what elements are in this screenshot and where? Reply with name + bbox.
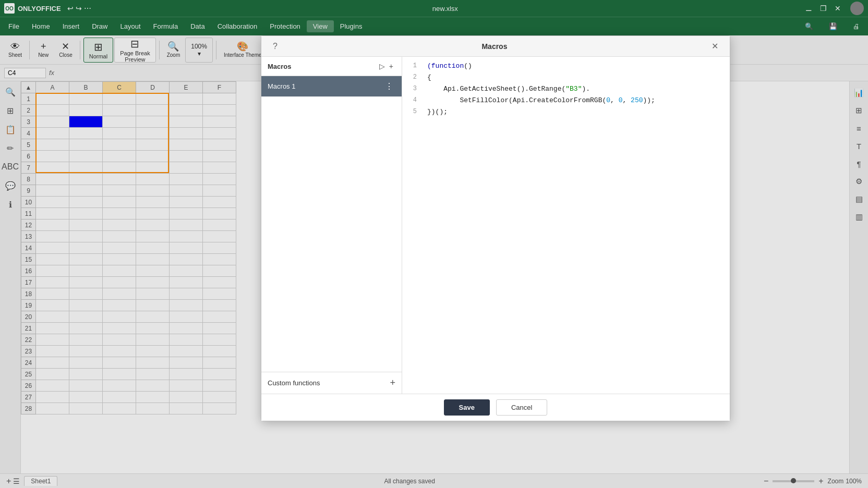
dialog-help-button[interactable]: ? xyxy=(270,41,281,52)
add-macro-button[interactable]: + xyxy=(387,61,395,71)
save-button[interactable]: Save xyxy=(444,399,490,416)
line-code-4: SetFillColor(Api.CreateColorFromRGB(0, 0… xyxy=(423,95,730,105)
macros-item-1[interactable]: Macros 1 ⋮ xyxy=(261,76,402,97)
macros-code-editor[interactable]: 1 (function() 2 { 3 Api.GetActiveSheet()… xyxy=(402,57,730,394)
dialog-close-button[interactable]: ✕ xyxy=(708,40,721,52)
custom-functions-title: Custom functions xyxy=(268,379,390,387)
code-line-4: 4 SetFillColor(Api.CreateColorFromRGB(0,… xyxy=(402,95,730,107)
dialog-body: Macros ▷ + Macros 1 ⋮ Custom functions + xyxy=(261,57,730,394)
play-macro-button[interactable]: ▷ xyxy=(377,61,387,71)
macros-left-panel: Macros ▷ + Macros 1 ⋮ Custom functions + xyxy=(261,57,402,394)
line-code-5: })(); xyxy=(423,107,730,117)
line-number-2: 2 xyxy=(402,72,423,81)
dialog-header: ? Macros ✕ xyxy=(261,36,730,57)
macros-list: Macros 1 ⋮ xyxy=(261,76,402,372)
code-line-5: 5 })(); xyxy=(402,107,730,118)
line-number-5: 5 xyxy=(402,107,423,115)
code-line-1: 1 (function() xyxy=(402,61,730,72)
line-number-3: 3 xyxy=(402,84,423,92)
cancel-button[interactable]: Cancel xyxy=(496,399,547,416)
add-custom-function-button[interactable]: + xyxy=(390,377,395,388)
line-number-1: 1 xyxy=(402,61,423,69)
macros-section-header: Macros ▷ + xyxy=(261,57,402,76)
line-code-2: { xyxy=(423,72,730,82)
dialog-footer: Save Cancel xyxy=(261,394,730,421)
macros-item-1-menu[interactable]: ⋮ xyxy=(383,80,395,92)
macros-dialog: ? Macros ✕ Macros ▷ + Macros 1 ⋮ xyxy=(261,35,730,421)
code-line-2: 2 { xyxy=(402,72,730,84)
custom-functions-section: Custom functions + xyxy=(261,372,402,394)
code-area[interactable]: 1 (function() 2 { 3 Api.GetActiveSheet()… xyxy=(402,57,730,394)
code-line-3: 3 Api.GetActiveSheet().GetRange("B3"). xyxy=(402,84,730,95)
modal-overlay: ? Macros ✕ Macros ▷ + Macros 1 ⋮ xyxy=(0,0,868,488)
line-number-4: 4 xyxy=(402,95,423,104)
line-code-3: Api.GetActiveSheet().GetRange("B3"). xyxy=(423,84,730,94)
line-code-1: (function() xyxy=(423,61,730,71)
dialog-title: Macros xyxy=(281,42,708,51)
macros-item-1-name: Macros 1 xyxy=(268,82,383,90)
custom-functions-header: Custom functions + xyxy=(261,372,402,394)
macros-section-title: Macros xyxy=(268,63,377,70)
